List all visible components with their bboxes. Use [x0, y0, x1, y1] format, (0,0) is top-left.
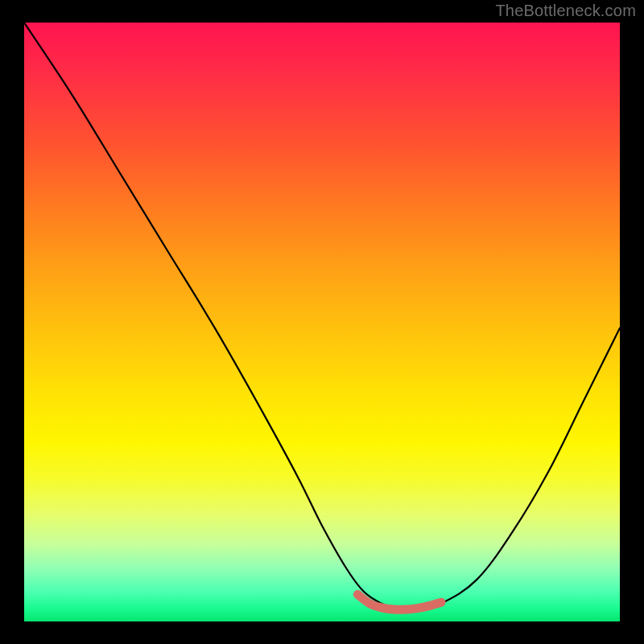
chart-frame: TheBottleneck.com: [0, 0, 644, 644]
curve-layer: [24, 23, 620, 621]
watermark-text: TheBottleneck.com: [495, 2, 636, 20]
bottleneck-curve: [24, 23, 620, 610]
plot-area: [24, 23, 620, 621]
